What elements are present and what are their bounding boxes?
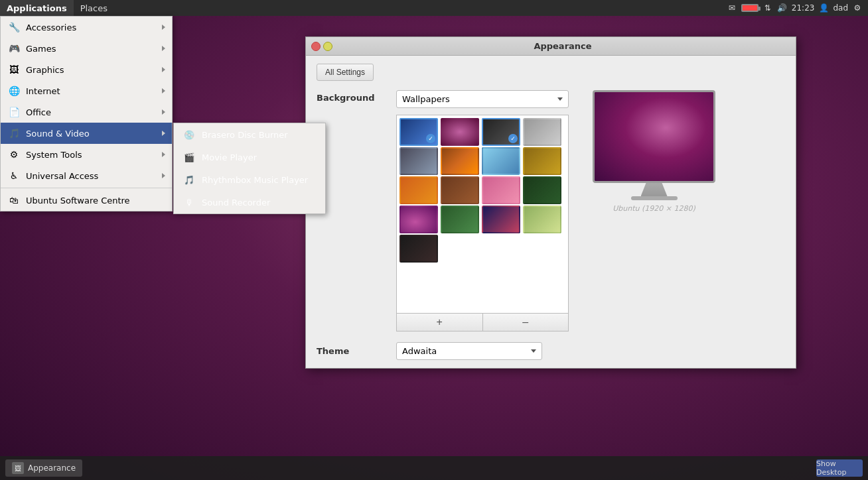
menu-item-internet[interactable]: 🌐 Internet	[1, 80, 172, 101]
background-content: Wallpapers ✓ ✓	[396, 90, 785, 331]
wallpaper-thumb-7[interactable]	[482, 147, 520, 175]
theme-dropdown-chevron	[531, 349, 536, 353]
wallpaper-thumb-17[interactable]	[399, 235, 438, 263]
user-icon[interactable]: 👤	[818, 3, 829, 13]
volume-icon[interactable]: 🔊	[777, 3, 788, 13]
monitor-base	[631, 196, 678, 200]
menu-item-office[interactable]: 📄 Office	[1, 101, 172, 123]
wallpaper-thumb-12[interactable]	[523, 176, 561, 204]
menu-item-software-centre[interactable]: 🛍 Ubuntu Software Centre	[1, 190, 172, 211]
wallpaper-grid-container: ✓ ✓	[396, 115, 569, 314]
accessories-arrow	[162, 25, 165, 30]
wallpaper-grid: ✓ ✓	[397, 115, 568, 265]
menu-item-accessories[interactable]: 🔧 Accessories	[1, 17, 172, 38]
graphics-icon: 🖼	[7, 63, 21, 76]
wallpaper-picker: Wallpapers ✓ ✓	[396, 90, 569, 331]
system-tools-label: System Tools	[26, 150, 162, 160]
menu-item-sound-video[interactable]: 🎵 Sound & Video 💿 Brasero Disc Burner 🎬 …	[1, 123, 172, 144]
wallpaper-thumb-4[interactable]	[523, 118, 561, 146]
wallpaper-thumb-8[interactable]	[523, 147, 561, 175]
wallpaper-thumb-15[interactable]	[482, 206, 520, 233]
show-desktop-button[interactable]: Show Desktop	[816, 459, 863, 477]
wallpaper-thumb-13[interactable]	[399, 206, 438, 233]
applications-menu[interactable]: Applications	[0, 0, 74, 16]
monitor-stand	[641, 183, 668, 196]
check-overlay-3: ✓	[508, 134, 518, 143]
wallpaper-thumb-16[interactable]	[523, 206, 561, 233]
accessories-icon: 🔧	[7, 21, 21, 34]
all-settings-button[interactable]: All Settings	[317, 64, 374, 81]
submenu-sound-recorder[interactable]: 🎙 Sound Recorder	[174, 191, 325, 213]
movie-player-icon: 🎬	[182, 150, 196, 164]
monitor-label: Ubuntu (1920 × 1280)	[613, 204, 695, 213]
wallpaper-thumb-1[interactable]: ✓	[399, 118, 438, 146]
submenu-rhythmbox[interactable]: 🎵 Rhythmbox Music Player	[174, 168, 325, 191]
office-arrow	[162, 109, 165, 115]
submenu-brasero[interactable]: 💿 Brasero Disc Burner	[174, 123, 325, 146]
add-wallpaper-button[interactable]: +	[397, 314, 483, 331]
wallpapers-dropdown-chevron	[557, 97, 563, 101]
menu-item-graphics[interactable]: 🖼 Graphics	[1, 59, 172, 80]
menu-item-universal-access[interactable]: ♿ Universal Access	[1, 165, 172, 186]
window-titlebar: × – Appearance	[306, 37, 796, 56]
sound-video-submenu: 💿 Brasero Disc Burner 🎬 Movie Player 🎵 R…	[173, 123, 326, 214]
username: dad	[833, 3, 848, 13]
background-section: Background Wallpapers ✓	[317, 90, 785, 331]
monitor-preview: Ubuntu (1920 × 1280)	[593, 90, 715, 331]
graphics-arrow	[162, 67, 165, 72]
accessories-label: Accessories	[26, 23, 162, 32]
menu-item-games[interactable]: 🎮 Games	[1, 38, 172, 59]
network-icon[interactable]: ⇅	[762, 3, 773, 13]
software-centre-icon: 🛍	[7, 194, 21, 207]
taskbar-appearance-item[interactable]: 🖼 Appearance	[5, 459, 82, 477]
wallpapers-dropdown[interactable]: Wallpapers	[396, 90, 569, 108]
graphics-label: Graphics	[26, 65, 162, 75]
wallpaper-thumb-9[interactable]	[399, 176, 438, 204]
sound-recorder-label: Sound Recorder	[202, 198, 270, 208]
wallpaper-thumb-11[interactable]	[482, 176, 520, 204]
universal-access-label: Universal Access	[26, 171, 162, 181]
clock: 21:23	[792, 3, 815, 13]
mail-icon[interactable]: ✉	[727, 3, 737, 13]
battery-icon	[741, 4, 759, 12]
window-title: Appearance	[335, 41, 790, 51]
wallpaper-thumb-10[interactable]	[441, 176, 479, 204]
sound-video-icon: 🎵	[7, 127, 21, 140]
wallpaper-thumb-6[interactable]	[441, 147, 479, 175]
theme-label: Theme	[317, 346, 396, 356]
remove-wallpaper-button[interactable]: –	[483, 314, 569, 331]
top-taskbar-right: ✉ ⇅ 🔊 21:23 👤 dad ⚙	[727, 3, 868, 13]
taskbar-right: Show Desktop	[816, 459, 863, 477]
close-button[interactable]: ×	[311, 42, 321, 51]
wallpaper-thumb-14[interactable]	[441, 206, 479, 233]
wallpaper-actions: + –	[396, 314, 569, 331]
wallpaper-thumb-2[interactable]	[441, 118, 479, 146]
sound-video-arrow	[162, 131, 165, 136]
system-tools-icon: ⚙	[7, 148, 21, 161]
movie-player-label: Movie Player	[202, 152, 257, 162]
brasero-icon: 💿	[182, 127, 196, 142]
theme-dropdown[interactable]: Adwaita	[396, 342, 542, 360]
sound-recorder-icon: 🎙	[182, 195, 196, 210]
menu-item-system-tools[interactable]: ⚙ System Tools	[1, 144, 172, 165]
places-menu[interactable]: Places	[74, 0, 114, 16]
background-label: Background	[317, 90, 396, 103]
submenu-movie-player[interactable]: 🎬 Movie Player	[174, 146, 325, 168]
applications-dropdown: 🔧 Accessories 🎮 Games 🖼 Graphics 🌐 Inter…	[0, 16, 173, 211]
top-taskbar-left: Applications Places	[0, 0, 114, 16]
rhythmbox-label: Rhythmbox Music Player	[202, 175, 308, 185]
minimize-button[interactable]: –	[323, 42, 332, 51]
office-icon: 📄	[7, 105, 21, 119]
universal-access-arrow	[162, 173, 165, 178]
sound-video-label: Sound & Video	[26, 129, 162, 139]
bottom-taskbar: 🖼 Appearance Show Desktop	[0, 456, 868, 480]
internet-label: Internet	[26, 86, 162, 96]
wallpaper-thumb-3[interactable]: ✓	[482, 118, 520, 146]
taskbar-appearance-label: Appearance	[28, 463, 76, 473]
settings-icon[interactable]: ⚙	[852, 3, 863, 13]
system-tools-arrow	[162, 152, 165, 157]
games-arrow	[162, 46, 165, 51]
wallpaper-thumb-5[interactable]	[399, 147, 438, 175]
universal-access-icon: ♿	[7, 169, 21, 182]
internet-arrow	[162, 88, 165, 93]
